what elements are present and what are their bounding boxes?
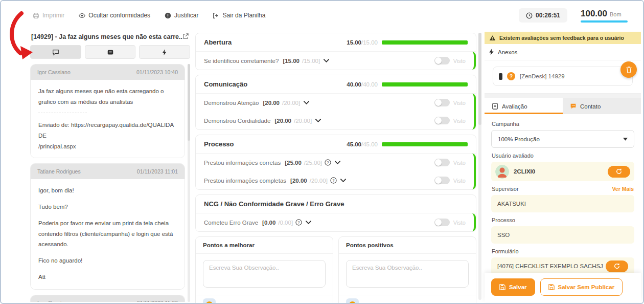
processo-field: SSO — [491, 226, 634, 244]
warning-triangle-icon — [489, 35, 496, 41]
tab-contato[interactable]: Contato — [563, 98, 641, 114]
campanha-value: 100% Produção — [498, 136, 540, 142]
emoji-picker-button[interactable] — [203, 298, 216, 303]
save-icon — [548, 284, 555, 290]
help-icon[interactable]: ? — [330, 177, 337, 184]
print-label: Imprimir — [42, 12, 64, 19]
eye-icon — [79, 12, 85, 19]
checklist-scrollbar[interactable] — [478, 33, 481, 300]
campanha-select[interactable]: 100% Produção — [491, 130, 634, 148]
warning-text: Existem avaliações sem feedback para o u… — [499, 35, 624, 41]
question-label: Prestou informações completas — [204, 178, 286, 184]
question-max: /0.00] — [278, 220, 293, 226]
hide-conformities-label: Ocultar conformidades — [88, 12, 150, 19]
attachment-item[interactable]: ? [ZenDesk] 14929 — [493, 67, 633, 86]
question-label: Se identificou corretamente? — [204, 58, 279, 64]
save-without-publish-label: Salvar Sem Publicar — [558, 284, 615, 290]
comment-text: Tudo bem? — [38, 202, 177, 212]
formulario-label: Formulário — [492, 248, 519, 254]
points-to-improve-card: Pontos a melhorar — [195, 236, 333, 303]
tab-comments[interactable] — [30, 45, 81, 59]
comment-icon — [52, 49, 59, 56]
question-score: [20.00 — [290, 178, 307, 184]
tab-contato-label: Contato — [580, 103, 601, 110]
chevron-down-icon[interactable] — [306, 221, 311, 224]
section-max: /45.00 — [361, 141, 378, 147]
visto-toggle[interactable] — [434, 57, 450, 64]
visto-label: Visto — [453, 220, 466, 226]
evaluated-user-name: 2CLIXI0 — [514, 168, 535, 175]
phone-icon — [499, 73, 502, 80]
chevron-down-icon[interactable] — [324, 59, 329, 62]
tab-actions[interactable] — [139, 45, 190, 59]
hide-conformities-button[interactable]: Ocultar conformidades — [79, 12, 150, 19]
chevron-down-icon[interactable] — [304, 101, 309, 104]
svg-text:?: ? — [332, 178, 335, 183]
justify-button[interactable]: Justificar — [165, 12, 198, 19]
ver-mais-link[interactable]: Ver Mais — [612, 186, 634, 192]
help-icon[interactable]: ? — [295, 219, 302, 226]
section-progress-bar — [382, 40, 468, 45]
formulario-field: [4076] CHECKLIST EXEMPLO SACHSJ — [491, 257, 634, 273]
chat-icon — [570, 103, 577, 110]
question-max: /20.00] — [282, 100, 300, 106]
toolbar-menu: Imprimir Ocultar conformidades Justifica… — [33, 12, 265, 19]
comments-scrollbar[interactable] — [188, 64, 190, 302]
help-icon[interactable]: ? — [325, 159, 331, 166]
points-to-improve-input[interactable] — [203, 260, 326, 288]
lightning-icon — [489, 49, 494, 55]
supervisor-value: AKATSUKI — [497, 201, 526, 207]
question-label: Cometeu Erro Grave — [204, 220, 258, 226]
visto-toggle[interactable] — [434, 159, 450, 166]
exit-sheet-button[interactable]: Sair da Planilha — [213, 12, 265, 19]
visto-toggle[interactable] — [434, 99, 450, 106]
chevron-down-icon[interactable] — [335, 161, 340, 164]
delete-attachment-button[interactable] — [620, 61, 637, 78]
comment-author: Igor Cassiano — [37, 69, 71, 75]
section-max: /40.00 — [361, 81, 378, 88]
question-score: [20.00 — [274, 118, 291, 124]
visto-toggle[interactable] — [434, 219, 450, 226]
external-link-icon[interactable] — [182, 33, 189, 41]
emoji-picker-button[interactable] — [346, 298, 359, 303]
question-max: /25.00] — [304, 160, 322, 166]
refresh-user-button[interactable] — [608, 166, 630, 178]
tab-screen[interactable] — [85, 45, 136, 59]
comment-card: Igor Cassiano 01/11/2023 11:06 Bom dia T… — [30, 295, 185, 302]
positive-points-title: Pontos positivos — [339, 237, 476, 254]
comment-text: Enviado de: https://recargapay.qualida.d… — [38, 120, 177, 141]
tab-avaliacao-label: Avaliação — [502, 103, 527, 110]
comment-datetime: 01/11/2023 10:40 — [136, 69, 178, 75]
campanha-label: Campanha — [492, 121, 519, 127]
question-label: Demonstrou Atenção — [204, 100, 259, 106]
score-value: 100.00 — [581, 9, 607, 18]
visto-label: Visto — [453, 100, 466, 106]
question-row: Se identificou corretamente? [15.00 /15.… — [196, 52, 474, 70]
refresh-form-button[interactable] — [606, 260, 628, 272]
smiley-icon — [349, 301, 356, 303]
save-button[interactable]: Salvar — [491, 278, 535, 296]
chevron-down-icon[interactable] — [340, 179, 346, 182]
save-without-publish-button[interactable]: Salvar Sem Publicar — [540, 278, 623, 296]
print-button[interactable]: Imprimir — [33, 12, 64, 19]
question-row: Cometeu Erro Grave [0.00 /0.00] ? Visto — [196, 213, 474, 231]
comment-text: Poderia por favor me enviar um print da … — [38, 218, 177, 250]
info-icon — [165, 12, 171, 19]
visto-toggle[interactable] — [434, 117, 450, 124]
comment-text: Fico no aguardo! — [38, 255, 177, 266]
supervisor-label: Supervisor — [492, 186, 519, 192]
save-label: Salvar — [509, 284, 527, 290]
score-grade: Bom — [610, 11, 622, 17]
section-score: 45.00 — [347, 141, 361, 147]
svg-text:?: ? — [327, 160, 329, 165]
trash-icon — [626, 66, 632, 73]
attachments-block: Anexos ? [ZenDesk] 14929 — [485, 44, 641, 94]
section-title: NCG / Não Conformidade Grave / Erro Grav… — [204, 200, 468, 208]
tab-avaliacao[interactable]: Avaliação — [485, 98, 563, 114]
visto-toggle[interactable] — [434, 177, 450, 184]
visto-label: Visto — [453, 178, 466, 184]
question-label: Prestou informações corretas — [204, 160, 281, 166]
positive-points-input[interactable] — [346, 260, 469, 288]
chevron-down-icon[interactable] — [315, 119, 321, 122]
section-title: Processo — [204, 140, 347, 148]
